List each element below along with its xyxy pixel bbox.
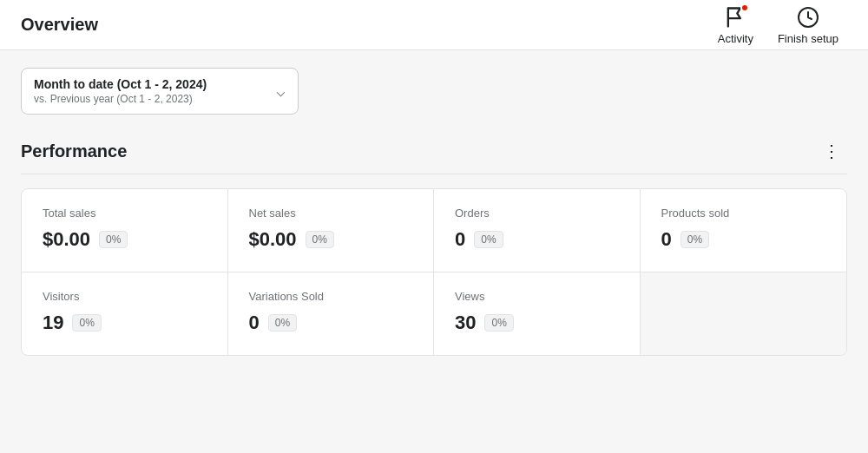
date-info: Month to date (Oct 1 - 2, 2024) vs. Prev… xyxy=(34,77,207,105)
performance-section: Performance ⋮ Total sales $0.00 0% Net s… xyxy=(21,139,847,356)
metric-badge: 0% xyxy=(268,314,297,332)
metrics-row-1: Total sales $0.00 0% Net sales $0.00 0% … xyxy=(22,189,846,272)
metric-label: Products sold xyxy=(661,207,826,220)
metric-badge: 0% xyxy=(474,231,503,248)
more-options-button[interactable]: ⋮ xyxy=(816,139,847,163)
metric-value-row: 0 0% xyxy=(249,312,413,334)
header: Overview Activity Finish setup xyxy=(0,0,868,50)
finish-setup-icon xyxy=(796,5,820,30)
metric-cell-orders: Orders 0 0% xyxy=(434,189,641,272)
metric-value-row: $0.00 0% xyxy=(43,228,207,251)
metric-label: Orders xyxy=(455,207,619,220)
header-actions: Activity Finish setup xyxy=(709,0,847,50)
date-filter-dropdown[interactable]: Month to date (Oct 1 - 2, 2024) vs. Prev… xyxy=(21,68,299,115)
metric-cell-visitors: Visitors 19 0% xyxy=(22,272,228,355)
clock-icon xyxy=(797,6,819,29)
metric-badge: 0% xyxy=(99,231,128,248)
metric-value-row: 0 0% xyxy=(661,228,826,251)
finish-setup-label: Finish setup xyxy=(778,32,838,45)
metric-value: 0 xyxy=(455,228,465,251)
metric-value: 0 xyxy=(661,228,672,251)
metric-value: $0.00 xyxy=(43,228,90,251)
main-content: Month to date (Oct 1 - 2, 2024) vs. Prev… xyxy=(0,50,868,373)
metric-value-row: $0.00 0% xyxy=(249,228,413,251)
metric-cell-views: Views 30 0% xyxy=(434,272,641,355)
metric-value-row: 19 0% xyxy=(43,312,207,334)
metric-cell-net-sales: Net sales $0.00 0% xyxy=(228,189,435,272)
performance-title: Performance xyxy=(21,141,127,161)
metric-badge: 0% xyxy=(484,314,513,332)
metric-value-row: 30 0% xyxy=(455,312,619,334)
metric-label: Variations Sold xyxy=(249,290,413,303)
metric-cell-empty xyxy=(641,272,847,355)
metrics-grid: Total sales $0.00 0% Net sales $0.00 0% … xyxy=(21,188,847,356)
finish-setup-button[interactable]: Finish setup xyxy=(769,0,847,50)
activity-icon-wrap xyxy=(723,5,747,30)
metrics-row-2: Visitors 19 0% Variations Sold 0 0% View… xyxy=(22,272,846,355)
metric-value: $0.00 xyxy=(249,228,297,251)
metric-cell-variations-sold: Variations Sold 0 0% xyxy=(228,272,435,355)
activity-notification-badge xyxy=(740,3,749,12)
metric-cell-products-sold: Products sold 0 0% xyxy=(641,189,847,272)
metric-label: Visitors xyxy=(43,290,207,303)
metric-badge: 0% xyxy=(681,231,709,248)
section-header: Performance ⋮ xyxy=(21,139,847,174)
chevron-down-icon: ⌵ xyxy=(276,82,286,101)
activity-button[interactable]: Activity xyxy=(709,0,762,50)
metric-value: 0 xyxy=(249,312,260,334)
date-primary: Month to date (Oct 1 - 2, 2024) xyxy=(34,77,207,91)
metric-badge: 0% xyxy=(72,314,101,332)
page-title: Overview xyxy=(21,15,98,35)
metric-cell-total-sales: Total sales $0.00 0% xyxy=(22,189,228,272)
metric-value-row: 0 0% xyxy=(455,228,619,251)
metric-label: Views xyxy=(455,290,619,303)
date-secondary: vs. Previous year (Oct 1 - 2, 2023) xyxy=(34,93,207,105)
activity-label: Activity xyxy=(718,32,753,45)
metric-value: 30 xyxy=(455,312,476,334)
metric-label: Net sales xyxy=(249,207,413,220)
metric-label: Total sales xyxy=(43,207,207,220)
metric-badge: 0% xyxy=(306,231,334,248)
metric-value: 19 xyxy=(43,312,63,334)
